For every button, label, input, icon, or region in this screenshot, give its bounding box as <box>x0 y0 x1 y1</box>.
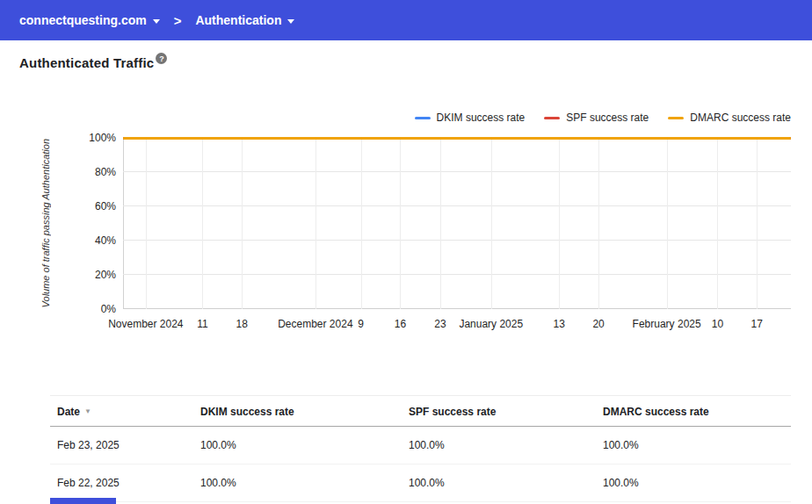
dropdown-caret-icon <box>287 19 294 24</box>
x-tick-label: November 2024 <box>108 318 183 330</box>
v-gridline <box>440 138 441 309</box>
x-tick-label: 18 <box>236 318 248 330</box>
x-tick-label: 16 <box>395 318 406 330</box>
y-tick-label: 40% <box>95 234 116 247</box>
table-body: Feb 23, 2025100.0%100.0%100.0%Feb 22, 20… <box>50 427 791 502</box>
legend-item: SPF success rate <box>544 112 649 124</box>
legend-swatch <box>668 117 684 119</box>
page-title: Authenticated Traffic <box>19 55 154 70</box>
x-tick-label: 23 <box>434 318 446 330</box>
help-icon[interactable]: ? <box>156 53 167 64</box>
table-row: Feb 23, 2025100.0%100.0%100.0% <box>50 427 791 464</box>
table-row: Feb 22, 2025100.0%100.0%100.0% <box>50 464 791 502</box>
x-tick-label: 9 <box>358 318 364 330</box>
x-tick-label: February 2025 <box>633 318 701 330</box>
column-header: DKIM success rate <box>193 396 402 426</box>
table-cell: Feb 22, 2025 <box>50 464 193 501</box>
v-gridline <box>242 138 243 309</box>
x-tick-label: 11 <box>197 318 207 330</box>
x-tick-label: 20 <box>592 318 604 330</box>
y-tick-label: 20% <box>95 269 116 281</box>
v-gridline <box>491 138 492 309</box>
table-cell: 100.0% <box>596 427 791 464</box>
legend-swatch <box>415 117 431 119</box>
chevron-right-icon: > <box>174 14 182 27</box>
v-gridline <box>202 138 203 309</box>
v-gridline <box>146 138 147 309</box>
table-cell: 100.0% <box>596 464 791 501</box>
legend-swatch <box>544 117 560 119</box>
chart-legend: DKIM success rateSPF success rateDMARC s… <box>415 112 791 124</box>
x-tick-label: 13 <box>554 318 565 330</box>
legend-label: SPF success rate <box>566 112 649 124</box>
column-header-label: DKIM success rate <box>200 406 294 418</box>
table-cell: Feb 23, 2025 <box>50 427 193 464</box>
sort-icon: ▼ <box>84 408 91 415</box>
table-cell: 100.0% <box>193 427 402 464</box>
domain-selector-label: connectquesting.com <box>19 13 147 27</box>
table-cell: 100.0% <box>193 464 402 501</box>
data-table: Date▼DKIM success rateSPF success rateDM… <box>50 395 791 502</box>
h-gridline <box>123 308 791 309</box>
v-gridline <box>667 138 668 309</box>
table-cell: 100.0% <box>402 427 596 464</box>
v-gridline <box>717 138 718 309</box>
cut-off-element <box>50 498 116 504</box>
h-gridline <box>123 274 791 275</box>
y-tick-label: 0% <box>101 303 116 315</box>
table-cell: 100.0% <box>402 464 596 501</box>
y-tick-label: 60% <box>95 200 116 212</box>
legend-item: DMARC success rate <box>668 112 791 124</box>
x-tick-label: December 2024 <box>278 318 352 330</box>
v-gridline <box>559 138 560 309</box>
v-gridline <box>757 138 758 309</box>
dropdown-caret-icon <box>153 19 160 24</box>
v-gridline <box>315 138 316 309</box>
page-title-row: Authenticated Traffic ? <box>19 55 167 70</box>
column-header-label: SPF success rate <box>409 406 496 418</box>
v-gridline <box>361 138 362 309</box>
x-tick-label: January 2025 <box>459 318 523 330</box>
column-header: DMARC success rate <box>596 396 791 426</box>
table-header-row: Date▼DKIM success rateSPF success rateDM… <box>50 396 791 427</box>
plot-area <box>123 138 791 309</box>
app-bar: connectquesting.com > Authentication <box>0 0 812 40</box>
h-gridline <box>123 205 791 206</box>
column-header-label: Date <box>57 406 80 418</box>
h-gridline <box>123 240 791 241</box>
column-header-label: DMARC success rate <box>603 406 709 418</box>
y-axis-title: Volume of traffic passing Authentication <box>40 138 51 309</box>
x-tick-label: 17 <box>751 318 763 330</box>
y-tick-label: 100% <box>89 132 116 144</box>
x-tick-label: 10 <box>712 318 723 330</box>
legend-label: DMARC success rate <box>690 112 791 124</box>
authenticated-traffic-chart: DKIM success rateSPF success rateDMARC s… <box>0 97 812 351</box>
h-gridline <box>123 171 791 172</box>
series-line <box>123 137 791 140</box>
legend-label: DKIM success rate <box>437 112 526 124</box>
v-gridline <box>400 138 401 309</box>
section-selector[interactable]: Authentication <box>195 13 294 27</box>
domain-selector[interactable]: connectquesting.com <box>19 13 160 27</box>
x-axis-labels: November 20241118December 202491623Janua… <box>123 318 791 335</box>
column-header: SPF success rate <box>402 396 596 426</box>
legend-item: DKIM success rate <box>415 112 526 124</box>
v-gridline <box>598 138 599 309</box>
y-tick-label: 80% <box>95 166 116 178</box>
column-header[interactable]: Date▼ <box>50 396 193 426</box>
y-axis-labels: 0%20%40%60%80%100% <box>62 138 116 309</box>
section-selector-label: Authentication <box>195 13 281 27</box>
